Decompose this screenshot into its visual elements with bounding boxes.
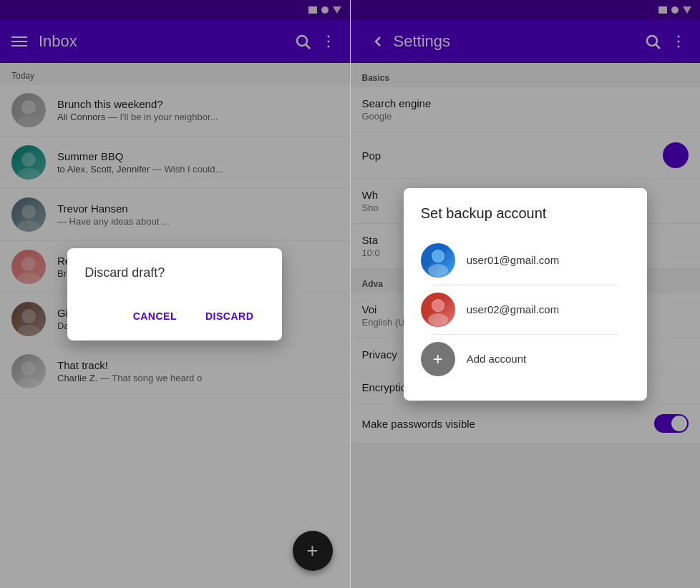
- add-account-item[interactable]: + Add account: [421, 335, 630, 383]
- discard-dialog-actions: CANCEL DISCARD: [84, 303, 265, 329]
- svg-point-27: [432, 300, 444, 311]
- discard-button[interactable]: DISCARD: [194, 303, 265, 329]
- inbox-panel: Inbox Today Brunch this weekend?: [0, 0, 350, 588]
- backup-dialog-title: Set backup account: [421, 205, 630, 222]
- backup-dialog: Set backup account user01@gmail.com: [404, 188, 647, 401]
- account-item-user01[interactable]: user01@gmail.com: [421, 236, 630, 285]
- add-plus-icon: +: [433, 351, 443, 368]
- settings-panel: Settings Basics Search engine Google Pop: [351, 0, 701, 588]
- discard-dialog-title: Discard draft?: [84, 265, 265, 280]
- svg-point-24: [432, 250, 444, 262]
- cancel-button[interactable]: CANCEL: [122, 303, 188, 329]
- avatar-user02-img: [421, 293, 455, 327]
- avatar-user01-img: [421, 243, 455, 278]
- account-email-user02: user02@gmail.com: [467, 303, 559, 315]
- add-account-icon: +: [421, 342, 455, 376]
- add-account-label: Add account: [467, 353, 526, 365]
- account-item-user02[interactable]: user02@gmail.com: [421, 285, 630, 334]
- avatar-user02: [421, 293, 455, 327]
- discard-dialog: Discard draft? CANCEL DISCARD: [67, 248, 282, 340]
- avatar-user01: [421, 243, 455, 278]
- backup-dialog-overlay: Set backup account user01@gmail.com: [351, 0, 701, 588]
- svg-point-23: [428, 264, 448, 277]
- discard-dialog-overlay: Discard draft? CANCEL DISCARD: [0, 0, 350, 588]
- account-email-user01: user01@gmail.com: [467, 254, 559, 266]
- svg-point-26: [428, 313, 448, 326]
